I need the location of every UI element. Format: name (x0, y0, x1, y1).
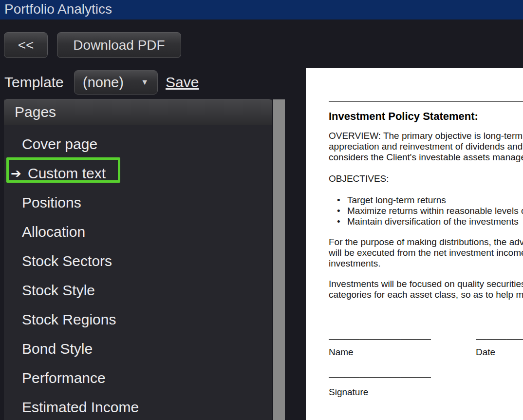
overview-line: appreciation and reinvestment of dividen… (329, 141, 523, 152)
quality-line: categories for each asset class, so as t… (329, 289, 523, 300)
bullet-marker: • (337, 195, 340, 206)
sidebar-item-performance[interactable]: Performance (4, 363, 272, 393)
save-link[interactable]: Save (166, 70, 199, 95)
bullet-text: Maintain diversification of the investme… (347, 216, 519, 227)
quality-line: Investments will be focused on quality s… (329, 279, 523, 289)
signature-label: Signature (329, 387, 368, 397)
signature-line-row: ________________________ _______________… (329, 329, 523, 340)
sidebar-item-bond-style[interactable]: Bond Style (4, 334, 272, 363)
distributions-paragraph: For the purpose of making distributions,… (329, 237, 523, 269)
signature-signature-line: ________________________ (329, 367, 431, 378)
sidebar-scrollbar[interactable] (273, 99, 285, 420)
collapse-sidebar-button[interactable]: << (4, 32, 48, 58)
page-item-label: Estimated Income (22, 399, 139, 416)
pages-panel: Pages Cover page ➔ Custom text Positions… (4, 99, 272, 420)
name-signature-line: ________________________ (329, 329, 431, 340)
signature-labels-row: Signature (329, 387, 523, 398)
current-page-arrow-icon: ➔ (11, 166, 21, 181)
bullet-item: • Maximize returns within reasonable lev… (329, 206, 523, 216)
bullet-text: Target long-term returns (347, 195, 446, 205)
sidebar-item-stock-regions[interactable]: Stock Regions (4, 305, 272, 334)
template-dropdown-value: (none) (83, 71, 124, 94)
document-top-rule (329, 101, 523, 102)
page-item-label: Stock Regions (22, 311, 116, 328)
page-item-label: Performance (22, 370, 106, 386)
sidebar-item-positions[interactable]: Positions (4, 188, 272, 217)
overview-line: considers the Client's investable assets… (329, 152, 523, 163)
app-root: Portfolio Analytics << Download PDF Temp… (0, 0, 523, 420)
quality-paragraph: Investments will be focused on quality s… (329, 279, 523, 300)
page-item-label: Bond Style (22, 341, 93, 357)
template-dropdown[interactable]: (none) ▼ (74, 70, 158, 95)
page-item-label: Stock Sectors (22, 253, 112, 269)
date-label: Date (476, 347, 495, 358)
distributions-line: For the purpose of making distributions,… (329, 237, 523, 248)
objectives-label: OBJECTIVES: (329, 173, 523, 184)
download-pdf-button[interactable]: Download PDF (57, 32, 181, 58)
page-list: Cover page ➔ Custom text Positions Alloc… (4, 125, 272, 420)
date-signature-line: ________________________ (476, 329, 523, 340)
sidebar-item-estimated-income[interactable]: Estimated Income (4, 393, 272, 420)
name-label: Name (329, 347, 354, 357)
signature-line-row: ________________________ (329, 367, 523, 378)
pages-panel-header: Pages (4, 99, 272, 125)
page-item-label: Custom text (28, 165, 106, 182)
title-bar: Portfolio Analytics (0, 0, 523, 19)
page-item-label: Positions (22, 194, 81, 211)
sidebar-item-stock-sectors[interactable]: Stock Sectors (4, 247, 272, 276)
sidebar-item-custom-text[interactable]: ➔ Custom text (4, 159, 272, 188)
sidebar-item-cover-page[interactable]: Cover page (4, 130, 272, 159)
pages-header-label: Pages (15, 104, 56, 120)
distributions-line: investments. (329, 258, 523, 269)
overview-paragraph: OVERVIEW: The primary objective is long-… (329, 131, 523, 163)
page-item-label: Cover page (22, 136, 97, 153)
sidebar-item-allocation[interactable]: Allocation (4, 217, 272, 247)
page-item-label: Allocation (22, 224, 85, 240)
bullet-item: • Maintain diversification of the invest… (329, 216, 523, 227)
document-heading: Investment Policy Statement: (329, 110, 523, 123)
bullet-marker: • (337, 206, 340, 216)
page-item-label: Stock Style (22, 282, 95, 299)
bullet-item: • Target long-term returns (329, 195, 523, 206)
overview-line: OVERVIEW: The primary objective is long-… (329, 131, 523, 141)
distributions-line: will be executed from the net investment… (329, 248, 523, 258)
signature-labels-row: Name Date (329, 347, 523, 358)
app-title: Portfolio Analytics (4, 1, 112, 17)
document-preview: Investment Policy Statement: OVERVIEW: T… (306, 68, 523, 420)
bullet-text: Maximize returns within reasonable level… (347, 206, 523, 216)
sidebar-item-stock-style[interactable]: Stock Style (4, 276, 272, 305)
objectives-bullet-list: • Target long-term returns • Maximize re… (329, 195, 523, 227)
template-label: Template (4, 70, 64, 95)
signature-block: ________________________ _______________… (329, 329, 523, 398)
template-bar: Template (none) ▼ Save (0, 70, 302, 95)
chevron-down-icon: ▼ (141, 71, 149, 94)
bullet-marker: • (337, 216, 340, 227)
